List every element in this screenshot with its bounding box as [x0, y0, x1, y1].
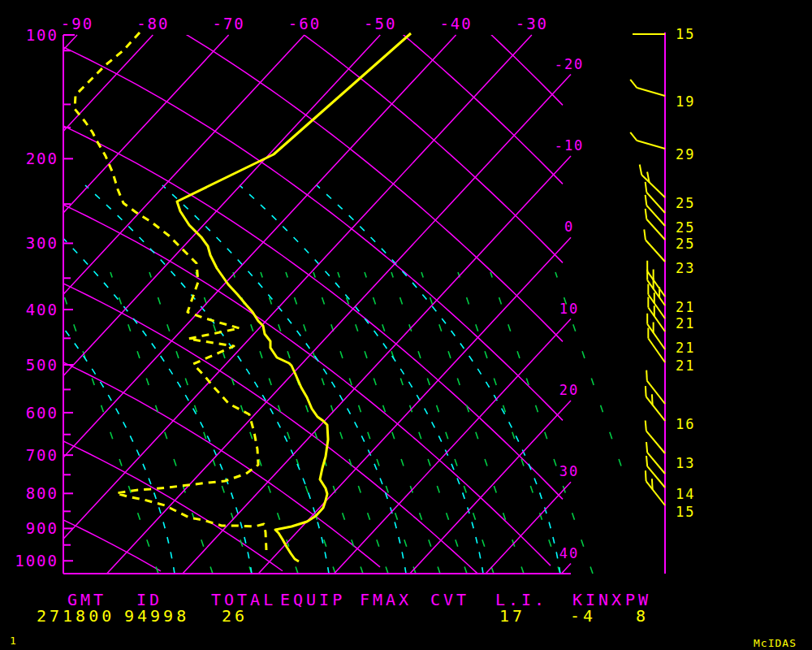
top-temp-label--60: -60: [288, 16, 321, 32]
stat-header-id: ID: [136, 592, 162, 608]
grid-lines: [0, 20, 658, 574]
dewpoint-trace: [75, 32, 266, 550]
wind-speed-label: 14: [676, 488, 695, 501]
stat-header-equip: EQUIP: [280, 592, 345, 608]
wind-speed-label: 25: [676, 237, 695, 251]
wind-speed-label: 21: [676, 317, 695, 331]
top-temp-label--30: -30: [516, 16, 548, 32]
right-temp-label--10: -10: [555, 139, 585, 153]
stat-header-li: L.I.: [495, 592, 547, 608]
stat-header-gmt: GMT: [67, 592, 106, 608]
sounding-profiles: [75, 32, 411, 561]
top-temp-label--70: -70: [212, 16, 244, 32]
wind-speed-label: 25: [676, 221, 695, 235]
stat-header-cvt: CVT: [430, 592, 469, 608]
stat-value-total: 26: [222, 608, 248, 624]
stat-header-total: TOTAL: [211, 592, 276, 608]
wind-barbs: [630, 34, 665, 505]
stat-value-pw: 8: [636, 608, 649, 624]
right-temp-label-10: 10: [559, 302, 579, 316]
stat-value-kinx: -4: [570, 608, 596, 624]
top-temp-label--80: -80: [136, 16, 169, 32]
right-temp-label-40: 40: [559, 547, 579, 561]
brand-label: McIDAS: [754, 638, 797, 648]
right-temp-label--20: -20: [555, 58, 585, 72]
wind-speed-label: 25: [676, 197, 695, 210]
stat-header-kinx: KINX: [572, 592, 624, 608]
top-temp-label--50: -50: [364, 16, 396, 32]
top-temp-label--40: -40: [439, 16, 472, 32]
wind-speed-label: 15: [676, 505, 695, 519]
pressure-label-600: 600: [26, 405, 58, 421]
wind-speed-label: 19: [676, 95, 695, 109]
wind-speed-label: 16: [676, 418, 695, 431]
skewt-sounding-window: GMT ID TOTAL EQUIP FMAX CVT L.I. KINX PW…: [0, 0, 812, 650]
pressure-label-700: 700: [26, 448, 58, 463]
top-temp-label--90: -90: [61, 16, 93, 32]
wind-speed-label: 29: [676, 148, 695, 162]
wind-speed-label: 21: [676, 359, 695, 373]
pressure-label-100: 100: [26, 28, 58, 43]
right-temp-label-20: 20: [559, 384, 579, 397]
pressure-label-800: 800: [26, 486, 58, 501]
wind-speed-label: 15: [676, 28, 695, 41]
stat-header-pw: PW: [625, 592, 651, 608]
pressure-label-400: 400: [26, 302, 58, 318]
stat-value-gmt: 271800: [37, 608, 114, 624]
pressure-label-1000: 1000: [15, 553, 58, 569]
pressure-label-900: 900: [26, 521, 58, 536]
wind-speed-label: 23: [676, 262, 695, 275]
stat-value-id: 94998: [124, 608, 189, 624]
stat-header-fmax: FMAX: [360, 592, 412, 608]
stat-value-li: 17: [499, 608, 525, 624]
right-temp-label-30: 30: [559, 465, 579, 479]
wind-speed-label: 21: [676, 341, 695, 355]
frame-number: 1: [10, 635, 17, 646]
wind-speed-label: 21: [676, 301, 695, 314]
right-temp-label-0: 0: [564, 220, 574, 234]
pressure-label-300: 300: [26, 236, 58, 251]
wind-speed-label: 13: [676, 457, 695, 470]
pressure-label-200: 200: [26, 151, 58, 167]
pressure-label-500: 500: [26, 358, 58, 373]
